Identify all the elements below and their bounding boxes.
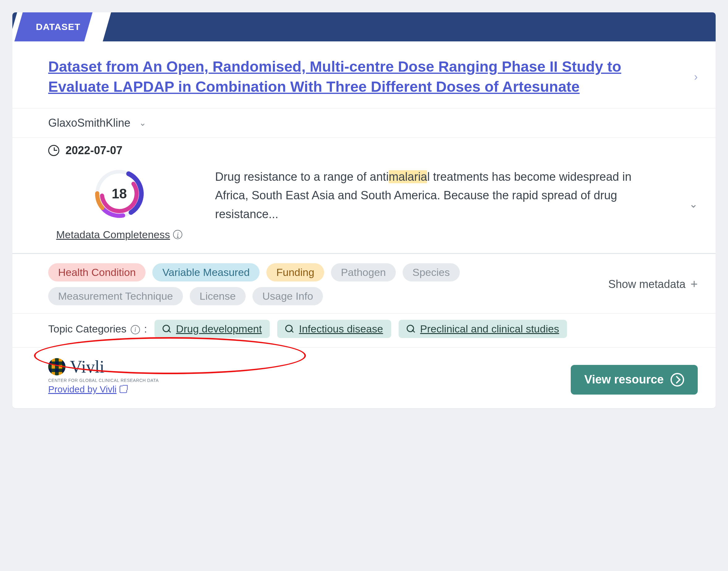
highlighted-term: malaria: [389, 170, 428, 183]
search-icon: [285, 325, 293, 333]
show-metadata-toggle[interactable]: Show metadata +: [608, 277, 698, 291]
completeness-block: 18 Metadata Completeness i: [48, 167, 190, 241]
topic-chip[interactable]: Drug development: [154, 320, 270, 338]
view-resource-button[interactable]: View resource: [571, 365, 698, 394]
completeness-label-link[interactable]: Metadata Completeness i: [56, 229, 183, 241]
title-section: Dataset from An Open, Randomised, Multi-…: [12, 41, 716, 108]
provider-block: Vivli CENTER FOR GLOBAL CLINICAL RESEARC…: [48, 357, 159, 394]
card-footer: Vivli CENTER FOR GLOBAL CLINICAL RESEARC…: [12, 348, 716, 408]
provider-name: Vivli: [70, 357, 104, 377]
metadata-tag[interactable]: Usage Info: [252, 287, 323, 305]
clock-icon: [48, 145, 59, 156]
metadata-tag[interactable]: Health Condition: [48, 263, 145, 281]
arrow-right-circle-icon: [671, 373, 684, 386]
type-badge: DATASET: [25, 12, 95, 41]
search-icon: [162, 325, 170, 333]
date-value: 2022-07-07: [66, 144, 122, 157]
dataset-card: DATASET Dataset from An Open, Randomised…: [12, 12, 716, 408]
completeness-donut: 18: [93, 167, 145, 220]
description-row: 18 Metadata Completeness i Drug resistan…: [12, 163, 716, 254]
metadata-tag[interactable]: Measurement Technique: [48, 287, 183, 305]
type-badge-label: DATASET: [25, 12, 95, 41]
organization-name: GlaxoSmithKline: [48, 116, 130, 129]
date-row: 2022-07-07: [12, 138, 716, 163]
description-text: Drug resistance to a range of antimalari…: [215, 167, 664, 224]
external-link-icon: [120, 385, 127, 393]
topic-categories-row: Topic Categories i : Drug developmentInf…: [12, 314, 716, 348]
metadata-tags-wrap: Health ConditionVariable MeasuredFunding…: [48, 263, 599, 305]
metadata-tag[interactable]: Pathogen: [331, 263, 396, 281]
provider-subtitle: CENTER FOR GLOBAL CLINICAL RESEARCH DATA: [48, 378, 159, 383]
info-icon: i: [173, 230, 182, 239]
plus-icon: +: [691, 277, 698, 291]
organization-row[interactable]: GlaxoSmithKline ⌄: [12, 108, 716, 138]
completeness-score: 18: [93, 167, 145, 220]
card-header: DATASET: [12, 12, 716, 41]
metadata-tag[interactable]: Funding: [266, 263, 324, 281]
metadata-tag[interactable]: Species: [403, 263, 460, 281]
info-icon: i: [131, 325, 140, 334]
chevron-down-icon: ⌄: [139, 118, 146, 128]
vivli-mark-icon: [48, 358, 66, 375]
dataset-title-link[interactable]: Dataset from An Open, Randomised, Multi-…: [48, 57, 682, 97]
chevron-right-icon: ›: [694, 71, 698, 84]
topic-chip[interactable]: Preclinical and clinical studies: [399, 320, 567, 338]
chevron-down-icon[interactable]: ⌄: [689, 198, 698, 210]
metadata-tags-row: Health ConditionVariable MeasuredFunding…: [12, 254, 716, 314]
topic-chip[interactable]: Infectious disease: [277, 320, 391, 338]
metadata-tag[interactable]: Variable Measured: [152, 263, 260, 281]
provider-link[interactable]: Provided by Vivli: [48, 384, 159, 394]
metadata-tag[interactable]: License: [190, 287, 246, 305]
search-icon: [407, 325, 415, 333]
topics-label: Topic Categories i :: [48, 323, 147, 335]
provider-logo: Vivli: [48, 357, 159, 377]
